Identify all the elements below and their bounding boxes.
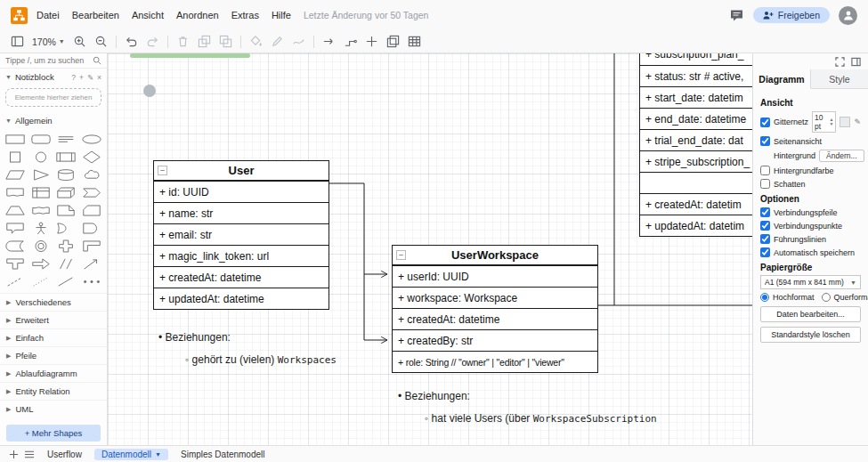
comments-icon[interactable] bbox=[729, 9, 744, 22]
portrait-radio[interactable] bbox=[760, 293, 769, 302]
sidebar-section-uml[interactable]: ▶UML bbox=[0, 400, 107, 417]
insert-icon[interactable] bbox=[365, 35, 378, 48]
grid-color-swatch[interactable] bbox=[840, 117, 850, 127]
connection-arrows-checkbox[interactable] bbox=[760, 207, 770, 217]
shape-dotted-line-icon[interactable] bbox=[28, 272, 54, 290]
pencil-icon[interactable] bbox=[271, 35, 284, 48]
to-front-icon[interactable] bbox=[198, 35, 211, 48]
zoom-in-icon[interactable] bbox=[73, 35, 86, 48]
pageview-checkbox[interactable] bbox=[760, 136, 770, 146]
uml-field[interactable]: + role: String // "owner" | "editor" | "… bbox=[393, 351, 597, 372]
menu-extras[interactable]: Extras bbox=[231, 10, 259, 20]
shape-corner-icon[interactable] bbox=[79, 237, 105, 255]
uml-field[interactable]: + start_date: datetim bbox=[640, 86, 752, 108]
shape-square-icon[interactable] bbox=[3, 148, 28, 166]
waypoints-icon[interactable] bbox=[344, 35, 357, 48]
shape-text-icon[interactable] bbox=[53, 130, 79, 148]
shape-directional-connector-icon[interactable] bbox=[79, 255, 105, 272]
share-button[interactable]: Freigeben bbox=[753, 7, 830, 23]
uml-field[interactable]: + createdBy: str bbox=[393, 329, 597, 351]
menu-ansicht[interactable]: Ansicht bbox=[132, 10, 164, 20]
sidebar-toggle-icon[interactable] bbox=[11, 35, 24, 48]
uml-field[interactable]: + magic_link_token: url bbox=[154, 245, 329, 266]
uml-field[interactable]: + createdAt: datetim bbox=[640, 193, 752, 215]
shape-diamond-icon[interactable] bbox=[79, 148, 105, 166]
landscape-radio[interactable] bbox=[822, 293, 831, 302]
grid-size-input[interactable]: 10 pt ▲▼ bbox=[812, 111, 836, 133]
tab-style[interactable]: Style bbox=[811, 69, 868, 88]
uml-field[interactable]: + trial_end_date: dat bbox=[640, 129, 752, 150]
stepper-icon[interactable]: ▲▼ bbox=[830, 118, 834, 126]
uml-field[interactable]: + id: UUID bbox=[154, 181, 329, 202]
paper-size-select[interactable]: A1 (594 mm x 841 mm) ▼ bbox=[760, 275, 861, 289]
shape-ellipse-icon[interactable] bbox=[79, 130, 105, 148]
edit-icon[interactable]: ✎ bbox=[87, 73, 93, 82]
grid-checkbox[interactable] bbox=[760, 118, 770, 127]
redo-icon[interactable] bbox=[146, 35, 159, 48]
shape-rectangle-icon[interactable] bbox=[3, 130, 28, 148]
shape-dashed-line-icon[interactable] bbox=[3, 272, 28, 290]
shape-or-icon[interactable] bbox=[53, 219, 79, 237]
shape-tape-icon[interactable] bbox=[28, 201, 54, 219]
shape-card-icon[interactable] bbox=[79, 201, 105, 219]
shape-parallelogram-icon[interactable] bbox=[3, 166, 28, 183]
undo-icon[interactable] bbox=[125, 35, 138, 48]
close-icon[interactable]: × bbox=[97, 73, 101, 82]
uml-field[interactable]: + updatedAt: datetime bbox=[154, 288, 329, 309]
background-color-checkbox[interactable] bbox=[760, 166, 770, 175]
collapse-icon[interactable]: – bbox=[158, 166, 167, 175]
uml-field[interactable]: + workspace: Workspace bbox=[393, 287, 597, 308]
add-page-icon[interactable] bbox=[9, 450, 19, 459]
help-icon[interactable]: ? bbox=[71, 73, 76, 82]
shape-cross-icon[interactable] bbox=[53, 237, 79, 255]
shape-line-icon[interactable] bbox=[53, 272, 79, 290]
page-tab-userflow[interactable]: Userflow bbox=[40, 449, 89, 460]
edit-data-button[interactable]: Daten bearbeiten... bbox=[760, 306, 861, 322]
shape-trapezoid-icon[interactable] bbox=[3, 201, 28, 219]
shape-circle-icon[interactable] bbox=[28, 148, 54, 166]
last-change-status[interactable]: Letzte Änderung vor 50 Tagen bbox=[304, 10, 429, 20]
page-tab-datenmodell[interactable]: Datenmodell ▼ bbox=[94, 449, 168, 460]
uml-field[interactable]: + createdAt: datetime bbox=[393, 308, 597, 329]
uml-field[interactable]: + subscription_plan_ bbox=[640, 53, 752, 65]
shape-arrow-icon[interactable] bbox=[28, 255, 54, 272]
collapse-panel-icon[interactable] bbox=[851, 57, 861, 67]
to-back-icon[interactable] bbox=[219, 35, 232, 48]
sidebar-section-pfeile[interactable]: ▶Pfeile bbox=[0, 346, 107, 364]
shadow-checkbox[interactable] bbox=[760, 179, 770, 189]
diagram-canvas[interactable]: – User + id: UUID + name: str + email: s… bbox=[108, 53, 752, 445]
shape-step-icon[interactable] bbox=[79, 183, 105, 201]
menu-datei[interactable]: Datei bbox=[37, 10, 60, 20]
uml-field[interactable]: + userId: UUID bbox=[393, 265, 597, 287]
shape-triangle-icon[interactable] bbox=[28, 166, 54, 183]
shape-waypoints-icon[interactable] bbox=[79, 272, 105, 290]
duplicate-icon[interactable] bbox=[386, 35, 400, 48]
sidebar-section-ablaufdiagramm[interactable]: ▶Ablaufdiagramm bbox=[0, 364, 107, 382]
delete-icon[interactable] bbox=[176, 35, 190, 48]
scratchpad-drop-area[interactable]: Elemente hierher ziehen bbox=[5, 88, 101, 107]
zoom-dropdown[interactable]: 170% ▼ bbox=[32, 36, 65, 47]
tab-diagramm[interactable]: Diagramm bbox=[753, 69, 811, 89]
shape-actor-icon[interactable] bbox=[28, 219, 54, 237]
autosave-checkbox[interactable] bbox=[760, 247, 770, 257]
uml-class-userworkspace[interactable]: – UserWorkspace + userId: UUID + workspa… bbox=[392, 245, 598, 373]
note-user-relations[interactable]: • Beziehungen: ◦ gehört zu (vielen) Work… bbox=[158, 331, 337, 366]
shape-cloud-icon[interactable] bbox=[79, 166, 105, 183]
background-change-button[interactable]: Ändern... bbox=[819, 150, 864, 162]
shape-data-storage-icon[interactable] bbox=[3, 237, 28, 255]
shape-internal-storage-icon[interactable] bbox=[28, 183, 54, 201]
shape-rounded-rectangle-icon[interactable] bbox=[28, 130, 54, 148]
sidebar-section-entity-relation[interactable]: ▶Entity Relation bbox=[0, 382, 107, 400]
sidebar-section-einfach[interactable]: ▶Einfach bbox=[0, 328, 107, 346]
uml-field[interactable]: + createdAt: datetime bbox=[154, 266, 329, 288]
shape-ring-icon[interactable] bbox=[28, 237, 54, 255]
shape-tee-icon[interactable] bbox=[3, 255, 28, 272]
connector-user-userworkspace-1[interactable] bbox=[329, 183, 387, 274]
uml-class-subscription-partial[interactable]: + subscription_plan_ + status: str # act… bbox=[639, 53, 752, 237]
connection-points-checkbox[interactable] bbox=[760, 221, 770, 231]
collapse-icon[interactable]: – bbox=[396, 250, 406, 260]
avatar[interactable] bbox=[839, 6, 857, 25]
uml-class-user-header[interactable]: – User bbox=[154, 161, 329, 181]
uml-field[interactable]: + status: str # active, bbox=[640, 65, 752, 86]
table-icon[interactable] bbox=[408, 35, 421, 48]
